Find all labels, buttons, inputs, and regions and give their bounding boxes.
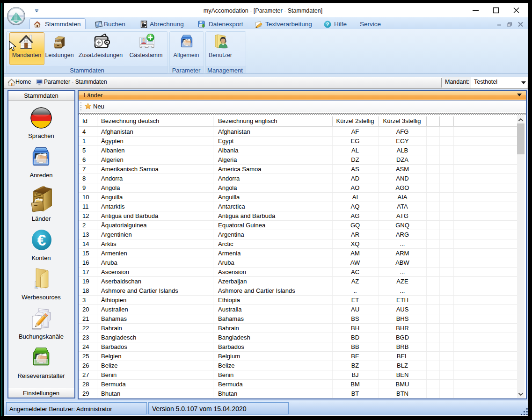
svg-text:€: €: [37, 231, 46, 249]
svg-text:?: ?: [326, 22, 329, 27]
